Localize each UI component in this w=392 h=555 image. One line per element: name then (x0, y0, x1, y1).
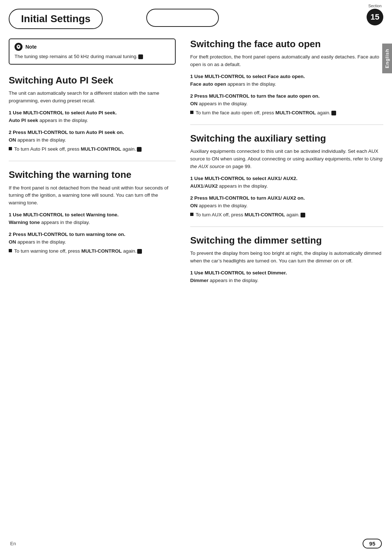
auxiliary-body: Auxiliary equipments connected to this u… (190, 148, 383, 171)
auto-pi-step1-body: Auto PI seek appears in the display. (9, 117, 176, 125)
bullet-icon (190, 213, 193, 216)
section-badge: Section 15 (367, 4, 383, 25)
footer-page-number: 95 (363, 539, 382, 548)
language-tab: English (382, 44, 392, 73)
auto-pi-seek-body: The unit can automatically search for a … (9, 90, 176, 105)
aux-step1-body: AUX1/AUX2 appears in the display. (190, 183, 383, 190)
face-step2-on: ON appears in the display. (190, 100, 383, 108)
face-step1-body: Face auto open appears in the display. (190, 81, 383, 88)
dimmer-title: Switching the dimmer setting (190, 235, 383, 246)
bullet-icon (9, 147, 12, 150)
stop-icon-warning (137, 249, 142, 254)
page-footer: En 95 (0, 539, 392, 548)
warning-tone-section: Switching the warning tone If the front … (9, 169, 176, 255)
page-header: Initial Settings Section 15 (0, 0, 392, 29)
face-auto-open-body: For theft protection, the front panel op… (190, 53, 383, 69)
auto-pi-seek-title: Switching Auto PI Seek (9, 75, 176, 86)
bullet-icon (190, 111, 193, 114)
face-step1-heading: 1 Use MULTI-CONTROL to select Face auto … (190, 74, 383, 79)
face-auto-open-title: Switching the face auto open (190, 38, 383, 50)
aux-step2-heading: 2 Press MULTI-CONTROL to turn AUX1/ AUX2… (190, 195, 383, 201)
warning-step2-bullet: To turn warning tone off, press MULTI-CO… (9, 248, 176, 255)
face-auto-open-section: Switching the face auto open For theft p… (190, 38, 383, 117)
footer-lang: En (10, 541, 16, 546)
warning-step1-heading: 1 Use MULTI-CONTROL to select Warning to… (9, 212, 176, 217)
dimmer-section: Switching the dimmer setting To prevent … (190, 235, 383, 285)
right-column: Switching the face auto open For theft p… (187, 33, 383, 286)
dimmer-step1-heading: 1 Use MULTI-CONTROL to select Dimmer. (190, 270, 383, 276)
warning-step2-heading: 2 Press MULTI-CONTROL to turn warning to… (9, 232, 176, 237)
face-step2-bullet: To turn the face auto open off, press MU… (190, 109, 383, 117)
warning-step2-on: ON appears in the display. (9, 238, 176, 246)
top-right-box (146, 9, 219, 27)
stop-icon-aux (301, 213, 305, 217)
note-icon (15, 43, 23, 51)
main-content: Note The tuning step remains at 50 kHz d… (0, 29, 392, 295)
note-box: Note The tuning step remains at 50 kHz d… (9, 38, 176, 65)
auto-pi-seek-section: Switching Auto PI Seek The unit can auto… (9, 75, 176, 153)
stop-icon-face (331, 111, 336, 115)
auto-pi-step2-heading: 2 Press MULTI-CONTROL to turn Auto PI se… (9, 130, 176, 135)
stop-icon-note (138, 54, 143, 59)
section-divider-2 (190, 125, 383, 125)
dimmer-step1-body: Dimmer appears in the display. (190, 277, 383, 285)
auto-pi-step1-heading: 1 Use MULTI-CONTROL to select Auto PI se… (9, 110, 176, 115)
auto-pi-step2-on: ON appears in the display. (9, 136, 176, 144)
section-divider-3 (190, 227, 383, 227)
aux-step1-heading: 1 Use MULTI-CONTROL to select AUX1/ AUX2… (190, 176, 383, 181)
initial-settings-title: Initial Settings (9, 9, 103, 29)
auxiliary-title: Switching the auxiliary setting (190, 133, 383, 144)
left-column: Note The tuning step remains at 50 kHz d… (9, 33, 187, 286)
auxiliary-section: Switching the auxiliary setting Auxiliar… (190, 133, 383, 219)
aux-step2-bullet: To turn AUX off, press MULTI-CONTROL aga… (190, 211, 383, 219)
bullet-icon (9, 249, 12, 252)
note-header: Note (15, 43, 170, 51)
section-label: Section (367, 4, 383, 8)
face-step2-heading: 2 Press MULTI-CONTROL to turn the face a… (190, 93, 383, 99)
dimmer-body: To prevent the display from being too br… (190, 250, 383, 265)
note-label: Note (25, 44, 37, 50)
warning-step1-body: Warning tone appears in the display. (9, 219, 176, 227)
aux-step2-on: ON appears in the display. (190, 202, 383, 210)
stop-icon-autopi (137, 147, 142, 152)
section-number: 15 (367, 9, 383, 25)
section-divider-1 (9, 161, 176, 161)
warning-tone-title: Switching the warning tone (9, 169, 176, 180)
note-text: The tuning step remains at 50 kHz during… (15, 53, 170, 60)
warning-tone-body: If the front panel is not detached from … (9, 184, 176, 207)
auto-pi-step2-bullet: To turn Auto PI seek off, press MULTI-CO… (9, 146, 176, 153)
